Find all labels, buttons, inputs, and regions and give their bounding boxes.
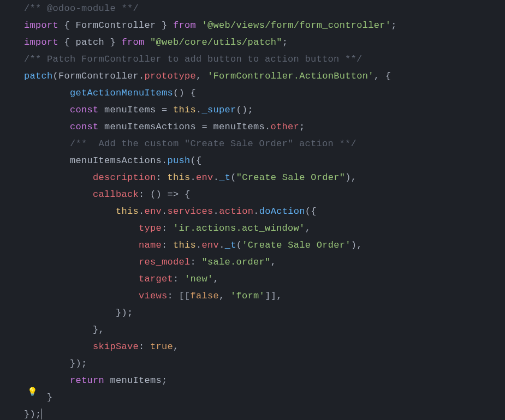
- code-line: import { FormController } from '@web/vie…: [24, 17, 505, 34]
- code-line: /** Patch FormController to add button t…: [24, 51, 505, 68]
- code-line: name: this.env._t('Create Sale Order'),: [24, 237, 505, 254]
- code-line: });: [24, 406, 505, 420]
- code-line: description: this.env._t("Create Sale Or…: [24, 169, 505, 186]
- code-line: target: 'new',: [24, 271, 505, 287]
- code-line: });: [24, 355, 505, 372]
- code-line: }: [24, 389, 505, 406]
- code-line: });: [24, 304, 505, 321]
- code-line: menuItemsActions.push({: [24, 152, 505, 169]
- code-line: res_model: "sale.order",: [24, 254, 505, 271]
- text-cursor: [41, 409, 42, 419]
- code-line: this.env.services.action.doAction({: [24, 203, 505, 220]
- code-line: patch(FormController.prototype, 'FormCon…: [24, 68, 505, 85]
- code-line: const menuItems = this._super();: [24, 101, 505, 118]
- code-line: const menuItemsActions = menuItems.other…: [24, 118, 505, 135]
- code-line: skipSave: true,: [24, 338, 505, 355]
- code-line: type: 'ir.actions.act_window',: [24, 220, 505, 237]
- lightbulb-icon[interactable]: 💡: [27, 384, 38, 401]
- code-line: /** @odoo-module **/: [24, 0, 505, 17]
- code-line: views: [[false, 'form']],: [24, 287, 505, 304]
- code-line: /** Add the custom "Create Sale Order" a…: [24, 135, 505, 152]
- code-line: callback: () => {: [24, 186, 505, 203]
- code-line: },: [24, 321, 505, 338]
- code-line: return menuItems;: [24, 372, 505, 389]
- code-line: import { patch } from "@web/core/utils/p…: [24, 34, 505, 51]
- code-editor[interactable]: /** @odoo-module **/ import { FormContro…: [24, 0, 505, 420]
- code-line: getActionMenuItems() {: [24, 85, 505, 101]
